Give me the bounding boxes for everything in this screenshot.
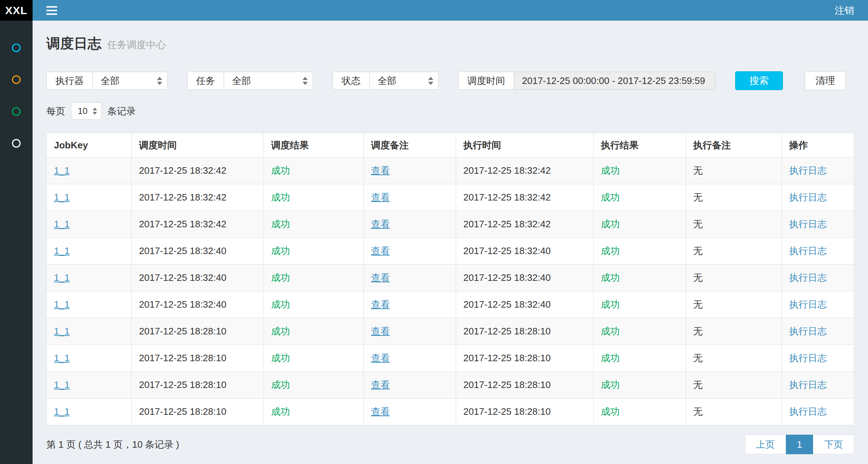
col-header-handle-result: 执行结果 (594, 133, 686, 157)
jobkey-link[interactable]: 1_1 (54, 299, 69, 310)
navbar-content: 注销 (33, 0, 868, 21)
col-header-handle-time: 执行时间 (456, 133, 594, 157)
trigger-result-cell: 成功 (264, 265, 364, 291)
sidebar (0, 21, 33, 464)
jobkey-link[interactable]: 1_1 (54, 326, 69, 337)
clear-button[interactable]: 清理 (805, 71, 846, 90)
job-select[interactable]: 全部 (224, 72, 313, 89)
page-size-prefix: 每页 (46, 105, 65, 118)
trigger-time-cell: 2017-12-25 18:28:10 (132, 372, 264, 398)
trigger-msg-link[interactable]: 查看 (371, 406, 390, 417)
trigger-result-cell: 成功 (264, 157, 364, 184)
exec-log-link[interactable]: 执行日志 (789, 245, 827, 256)
exec-log-link[interactable]: 执行日志 (789, 299, 827, 310)
handle-time-cell: 2017-12-25 18:32:40 (456, 265, 594, 291)
table-row: 1_12017-12-25 18:28:10成功查看2017-12-25 18:… (47, 372, 854, 398)
table-row: 1_12017-12-25 18:32:40成功查看2017-12-25 18:… (47, 291, 854, 318)
trigger-time-cell: 2017-12-25 18:32:42 (132, 157, 264, 184)
trigger-result-cell: 成功 (264, 211, 364, 238)
exec-log-link[interactable]: 执行日志 (789, 219, 827, 229)
col-header-trigger-msg: 调度备注 (364, 133, 456, 157)
handle-time-cell: 2017-12-25 18:32:42 (456, 211, 594, 238)
jobkey-link[interactable]: 1_1 (54, 192, 69, 203)
sidebar-toggle-icon[interactable] (46, 6, 57, 15)
log-table-header: JobKey 调度时间 调度结果 调度备注 执行时间 执行结果 执行备注 操作 (47, 133, 854, 157)
page-size-select[interactable]: 10 (71, 102, 102, 120)
filter-row: 执行器 全部 任务 全部 状态 全部 调度时间 2017-12-25 00:00… (46, 71, 854, 90)
status-select[interactable]: 全部 (370, 72, 438, 89)
page-header: 调度日志 任务调度中心 (46, 34, 854, 52)
next-page-button[interactable]: 下页 (813, 435, 854, 454)
trigger-msg-link[interactable]: 查看 (371, 299, 390, 310)
handle-msg-cell: 无 (686, 318, 782, 345)
sidebar-item-4[interactable] (0, 127, 33, 159)
trigger-msg-link[interactable]: 查看 (371, 165, 390, 176)
page-size-suffix: 条记录 (108, 105, 136, 118)
trigger-msg-link[interactable]: 查看 (371, 192, 390, 203)
handle-msg-cell: 无 (686, 372, 782, 398)
handle-time-cell: 2017-12-25 18:28:10 (456, 318, 594, 345)
handle-result-cell: 成功 (594, 345, 686, 372)
col-header-jobkey: JobKey (47, 133, 132, 157)
search-button[interactable]: 搜索 (735, 71, 783, 90)
circle-icon (12, 75, 21, 84)
handle-msg-cell: 无 (686, 265, 782, 291)
logout-link[interactable]: 注销 (835, 4, 854, 17)
jobkey-link[interactable]: 1_1 (54, 406, 69, 417)
circle-icon (12, 139, 21, 148)
trigger-time-cell: 2017-12-25 18:32:42 (132, 184, 264, 211)
exec-log-link[interactable]: 执行日志 (789, 406, 827, 417)
exec-log-link[interactable]: 执行日志 (789, 192, 827, 203)
time-range-input[interactable]: 2017-12-25 00:00:00 - 2017-12-25 23:59:5… (514, 72, 715, 89)
page-title: 调度日志 (46, 34, 101, 52)
job-filter-group: 任务 全部 (187, 72, 313, 90)
trigger-msg-link[interactable]: 查看 (371, 219, 390, 229)
handle-time-cell: 2017-12-25 18:32:40 (456, 291, 594, 318)
exec-log-link[interactable]: 执行日志 (789, 379, 827, 390)
trigger-time-cell: 2017-12-25 18:32:40 (132, 291, 264, 318)
trigger-result-cell: 成功 (264, 238, 364, 265)
handle-msg-cell: 无 (686, 238, 782, 265)
handle-time-cell: 2017-12-25 18:28:10 (456, 372, 594, 398)
select-stepper-icon (93, 107, 97, 115)
trigger-msg-link[interactable]: 查看 (371, 326, 390, 337)
trigger-result-cell: 成功 (264, 398, 364, 425)
handle-result-cell: 成功 (594, 265, 686, 291)
job-filter-label: 任务 (187, 72, 224, 89)
jobkey-link[interactable]: 1_1 (54, 379, 69, 390)
job-select-value: 全部 (232, 75, 251, 87)
trigger-time-cell: 2017-12-25 18:32:42 (132, 211, 264, 238)
col-header-handle-msg: 执行备注 (686, 133, 782, 157)
current-page-button[interactable]: 1 (786, 435, 813, 454)
select-stepper-icon (428, 77, 433, 85)
exec-log-link[interactable]: 执行日志 (789, 272, 827, 283)
trigger-msg-link[interactable]: 查看 (371, 353, 390, 363)
handle-time-cell: 2017-12-25 18:28:10 (456, 345, 594, 372)
handle-result-cell: 成功 (594, 318, 686, 345)
sidebar-item-2[interactable] (0, 64, 33, 96)
page-subtitle: 任务调度中心 (107, 38, 166, 51)
time-filter-label: 调度时间 (459, 72, 514, 89)
time-filter-group: 调度时间 2017-12-25 00:00:00 - 2017-12-25 23… (458, 72, 716, 90)
jobkey-link[interactable]: 1_1 (54, 353, 69, 363)
trigger-msg-link[interactable]: 查看 (371, 379, 390, 390)
handle-time-cell: 2017-12-25 18:28:10 (456, 398, 594, 425)
handle-msg-cell: 无 (686, 291, 782, 318)
jobkey-link[interactable]: 1_1 (54, 272, 69, 283)
trigger-msg-link[interactable]: 查看 (371, 245, 390, 256)
brand-logo[interactable]: XXL (0, 0, 33, 21)
exec-log-link[interactable]: 执行日志 (789, 165, 827, 176)
col-header-action: 操作 (782, 133, 854, 157)
prev-page-button[interactable]: 上页 (745, 435, 786, 454)
sidebar-item-3[interactable] (0, 96, 33, 127)
handle-result-cell: 成功 (594, 398, 686, 425)
trigger-result-cell: 成功 (264, 318, 364, 345)
exec-log-link[interactable]: 执行日志 (789, 353, 827, 363)
trigger-msg-link[interactable]: 查看 (371, 272, 390, 283)
sidebar-item-1[interactable] (0, 32, 33, 64)
jobkey-link[interactable]: 1_1 (54, 245, 69, 256)
jobkey-link[interactable]: 1_1 (54, 165, 69, 176)
exec-log-link[interactable]: 执行日志 (789, 326, 827, 337)
executor-select[interactable]: 全部 (93, 72, 167, 89)
jobkey-link[interactable]: 1_1 (54, 219, 69, 229)
